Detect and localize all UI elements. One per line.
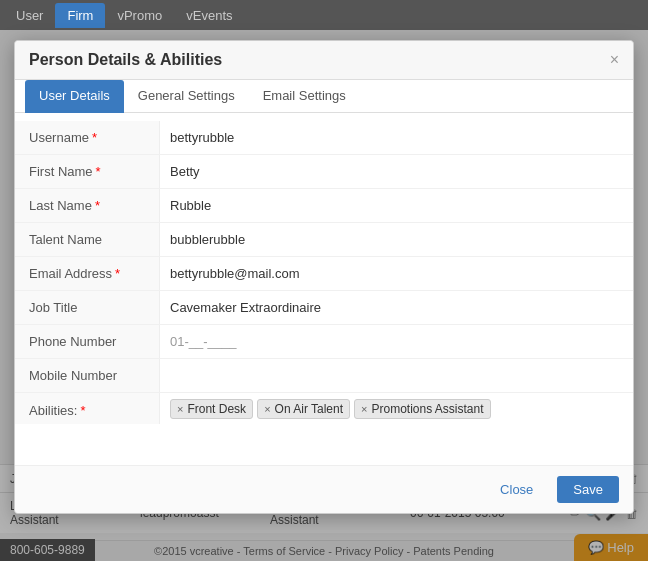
abilities-label: Abilities: *: [15, 393, 160, 424]
nav-user[interactable]: User: [4, 3, 55, 28]
abilities-row: Abilities: * × Front Desk × On Air Talen…: [15, 393, 633, 457]
jobtitle-label: Job Title *: [15, 291, 160, 324]
email-value: bettyrubble@mail.com: [160, 260, 633, 287]
mobile-label: Mobile Number: [15, 359, 160, 392]
phone-label: Phone Number: [15, 325, 160, 358]
background-content: Joe Salesguy wannabeanae 01-13-2016 17:4…: [0, 30, 648, 561]
required-indicator: *: [92, 130, 97, 145]
lastname-label: Last Name *: [15, 189, 160, 222]
lastname-value: Rubble: [160, 192, 633, 219]
talentname-value: bubblerubble: [160, 226, 633, 253]
mobile-value: [160, 370, 633, 382]
mobile-row: Mobile Number: [15, 359, 633, 393]
talentname-row: Talent Name bubblerubble: [15, 223, 633, 257]
ability-tag-promotionsassistant: × Promotions Assistant: [354, 399, 491, 419]
remove-ability-promotionsassistant[interactable]: ×: [361, 403, 367, 415]
modal-footer: Close Save: [15, 465, 633, 513]
required-indicator: *: [80, 403, 85, 418]
modal-header: Person Details & Abilities ×: [15, 41, 633, 80]
talentname-label: Talent Name: [15, 223, 160, 256]
username-row: Username * bettyrubble: [15, 121, 633, 155]
close-button[interactable]: Close: [484, 476, 549, 503]
firstname-value: Betty: [160, 158, 633, 185]
modal-title: Person Details & Abilities: [29, 51, 222, 69]
modal-close-button[interactable]: ×: [610, 52, 619, 68]
nav-vevents[interactable]: vEvents: [174, 3, 244, 28]
modal-tabs: User Details General Settings Email Sett…: [15, 80, 633, 113]
firstname-row: First Name * Betty: [15, 155, 633, 189]
firstname-label: First Name *: [15, 155, 160, 188]
required-indicator: *: [96, 164, 101, 179]
tab-email-settings[interactable]: Email Settings: [249, 80, 360, 113]
nav-firm[interactable]: Firm: [55, 3, 105, 28]
email-label: Email Address *: [15, 257, 160, 290]
phone-row: Phone Number 01-__-____: [15, 325, 633, 359]
top-navigation: User Firm vPromo vEvents: [0, 0, 648, 30]
modal-body: Username * bettyrubble First Name * Bett…: [15, 113, 633, 465]
email-row: Email Address * bettyrubble@mail.com: [15, 257, 633, 291]
tab-user-details[interactable]: User Details: [25, 80, 124, 113]
ability-tag-onairtalent: × On Air Talent: [257, 399, 350, 419]
username-label: Username *: [15, 121, 160, 154]
username-value: bettyrubble: [160, 124, 633, 151]
remove-ability-onairtalent[interactable]: ×: [264, 403, 270, 415]
ability-tag-frontdesk: × Front Desk: [170, 399, 253, 419]
save-button[interactable]: Save: [557, 476, 619, 503]
lastname-row: Last Name * Rubble: [15, 189, 633, 223]
nav-vpromo[interactable]: vPromo: [105, 3, 174, 28]
remove-ability-frontdesk[interactable]: ×: [177, 403, 183, 415]
required-indicator: *: [115, 266, 120, 281]
abilities-container: × Front Desk × On Air Talent × Promotion…: [160, 393, 633, 425]
phone-value: 01-__-____: [160, 328, 633, 355]
person-details-modal: Person Details & Abilities × User Detail…: [14, 40, 634, 514]
tab-general-settings[interactable]: General Settings: [124, 80, 249, 113]
jobtitle-value: Cavemaker Extraordinaire: [160, 294, 633, 321]
jobtitle-row: Job Title * Cavemaker Extraordinaire: [15, 291, 633, 325]
required-indicator: *: [95, 198, 100, 213]
